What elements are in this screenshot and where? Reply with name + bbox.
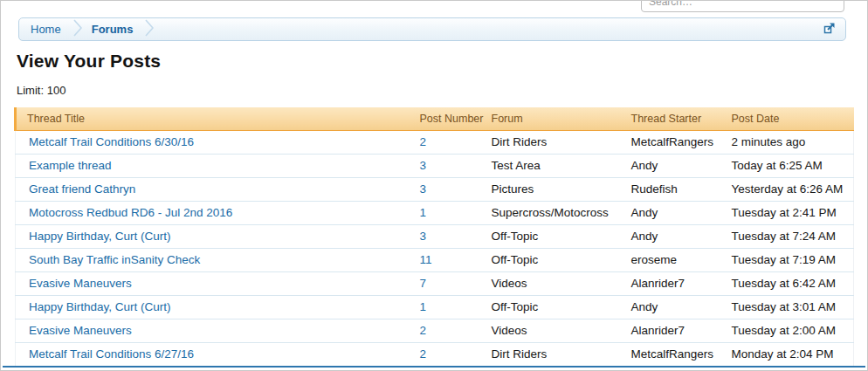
- post-number-cell: 1: [413, 295, 485, 319]
- post-number-cell: 11: [413, 248, 485, 271]
- thread-title-cell: Metcalf Trail Conditions 6/27/16: [16, 342, 413, 366]
- post-number-link[interactable]: 2: [420, 347, 427, 361]
- table-row: Great friend Cathryn3PicturesRudefishYes…: [16, 177, 854, 201]
- column-header-forum: Forum: [485, 107, 624, 130]
- forum-cell: Test Area: [485, 154, 624, 177]
- thread-starter-cell: Alanrider7: [624, 319, 725, 342]
- footer-divider: [3, 366, 865, 368]
- post-date-cell: Tuesday at 2:41 PM: [725, 201, 854, 224]
- post-number-cell: 2: [413, 319, 485, 342]
- post-date-cell: Tuesday at 6:42 AM: [725, 271, 854, 295]
- thread-title-link[interactable]: Evasive Maneuvers: [29, 277, 132, 290]
- column-header-thread-starter: Thread Starter: [624, 107, 725, 130]
- post-number-link[interactable]: 3: [420, 159, 427, 172]
- external-arrow-icon: [823, 22, 836, 37]
- post-number-link[interactable]: 1: [420, 300, 427, 313]
- posts-table: Thread Title Post Number Forum Thread St…: [14, 107, 854, 367]
- thread-title-cell: Evasive Maneuvers: [16, 271, 413, 295]
- post-number-cell: 1: [413, 201, 485, 224]
- column-header-post-number: Post Number: [413, 107, 485, 130]
- expand-breadcrumb-button[interactable]: [821, 22, 838, 38]
- thread-title-link[interactable]: Happy Birthday, Curt (Curt): [29, 300, 171, 313]
- thread-title-cell: South Bay Traffic inSanity Check: [16, 248, 413, 271]
- thread-starter-cell: Rudefish: [624, 177, 725, 201]
- post-number-link[interactable]: 3: [420, 230, 427, 243]
- breadcrumb: Home Forums: [18, 17, 846, 41]
- post-date-cell: Yesterday at 6:26 AM: [725, 177, 854, 201]
- thread-title-cell: Happy Birthday, Curt (Curt): [16, 224, 413, 248]
- thread-starter-cell: Alanrider7: [624, 271, 725, 295]
- post-number-cell: 2: [413, 130, 485, 154]
- post-number-cell: 3: [413, 154, 485, 177]
- post-number-cell: 3: [413, 177, 485, 201]
- breadcrumb-forums-link[interactable]: Forums: [90, 23, 135, 36]
- breadcrumb-home-link[interactable]: Home: [29, 23, 63, 36]
- thread-title-cell: Metcalf Trail Conditions 6/30/16: [16, 130, 413, 154]
- post-number-link[interactable]: 2: [420, 135, 427, 148]
- table-row: South Bay Traffic inSanity Check11Off-To…: [16, 248, 854, 271]
- post-date-cell: Tuesday at 7:24 AM: [725, 224, 854, 248]
- thread-starter-cell: MetcalfRangers: [624, 130, 725, 154]
- posts-table-body: Metcalf Trail Conditions 6/30/162Dirt Ri…: [16, 130, 854, 366]
- table-row: Evasive Maneuvers2VideosAlanrider7Tuesda…: [16, 319, 854, 342]
- table-row: Happy Birthday, Curt (Curt)3Off-TopicAnd…: [16, 224, 854, 248]
- table-row: Metcalf Trail Conditions 6/30/162Dirt Ri…: [16, 130, 854, 154]
- thread-title-link[interactable]: Metcalf Trail Conditions 6/27/16: [29, 347, 194, 361]
- table-row: Evasive Maneuvers7VideosAlanrider7Tuesda…: [16, 271, 854, 295]
- post-number-link[interactable]: 1: [420, 206, 427, 219]
- thread-title-link[interactable]: Happy Birthday, Curt (Curt): [29, 230, 171, 243]
- page-title: View Your Posts: [17, 51, 161, 72]
- thread-starter-cell: Andy: [624, 201, 725, 224]
- forum-cell: Off-Topic: [485, 224, 624, 248]
- chevron-right-icon: [145, 19, 154, 40]
- post-date-cell: Tuesday at 2:00 AM: [725, 319, 854, 342]
- post-number-link[interactable]: 2: [420, 324, 427, 337]
- thread-title-cell: Example thread: [16, 154, 413, 177]
- forum-page: Home Forums View Your Posts Limit: 100: [0, 0, 868, 371]
- thread-title-link[interactable]: Example thread: [29, 159, 112, 172]
- table-row: Example thread3Test AreaAndyToday at 6:2…: [16, 154, 854, 177]
- column-header-thread-title: Thread Title: [16, 107, 413, 130]
- thread-title-cell: Evasive Maneuvers: [16, 319, 413, 342]
- post-number-cell: 2: [413, 342, 485, 366]
- posts-table-header: Thread Title Post Number Forum Thread St…: [16, 107, 854, 130]
- column-header-post-date: Post Date: [725, 107, 854, 130]
- thread-title-link[interactable]: Great friend Cathryn: [29, 182, 135, 196]
- thread-title-link[interactable]: Evasive Maneuvers: [29, 324, 132, 337]
- forum-cell: Dirt Riders: [485, 342, 624, 366]
- forum-cell: Off-Topic: [485, 295, 624, 319]
- thread-starter-cell: Andy: [624, 224, 725, 248]
- thread-starter-cell: MetcalfRangers: [624, 342, 725, 366]
- post-date-cell: Tuesday at 7:19 AM: [725, 248, 854, 271]
- chevron-right-icon: [73, 19, 82, 40]
- post-number-link[interactable]: 3: [420, 182, 427, 196]
- thread-title-link[interactable]: Metcalf Trail Conditions 6/30/16: [29, 135, 194, 148]
- forum-cell: Pictures: [485, 177, 624, 201]
- search-box: [641, 0, 844, 12]
- table-row: Metcalf Trail Conditions 6/27/162Dirt Ri…: [16, 342, 854, 366]
- forum-cell: Off-Topic: [485, 248, 624, 271]
- post-date-cell: 2 minutes ago: [725, 130, 854, 154]
- post-number-link[interactable]: 11: [420, 253, 432, 266]
- thread-title-cell: Great friend Cathryn: [16, 177, 413, 201]
- search-input[interactable]: [641, 0, 844, 12]
- forum-cell: Dirt Riders: [485, 130, 624, 154]
- forum-cell: Videos: [485, 271, 624, 295]
- thread-title-cell: Motocross Redbud RD6 - Jul 2nd 2016: [16, 201, 413, 224]
- post-number-link[interactable]: 7: [420, 277, 427, 290]
- thread-starter-cell: Andy: [624, 295, 725, 319]
- table-row: Motocross Redbud RD6 - Jul 2nd 20161Supe…: [16, 201, 854, 224]
- table-row: Happy Birthday, Curt (Curt)1Off-TopicAnd…: [16, 295, 854, 319]
- thread-starter-cell: eroseme: [624, 248, 725, 271]
- thread-starter-cell: Andy: [624, 154, 725, 177]
- post-date-cell: Today at 6:25 AM: [725, 154, 854, 177]
- limit-label: Limit: 100: [17, 84, 65, 97]
- post-number-cell: 3: [413, 224, 485, 248]
- thread-title-cell: Happy Birthday, Curt (Curt): [16, 295, 413, 319]
- post-number-cell: 7: [413, 271, 485, 295]
- thread-title-link[interactable]: Motocross Redbud RD6 - Jul 2nd 2016: [29, 206, 232, 219]
- post-date-cell: Tuesday at 3:01 AM: [725, 295, 854, 319]
- forum-cell: Supercross/Motocross: [485, 201, 624, 224]
- forum-cell: Videos: [485, 319, 624, 342]
- thread-title-link[interactable]: South Bay Traffic inSanity Check: [29, 253, 200, 266]
